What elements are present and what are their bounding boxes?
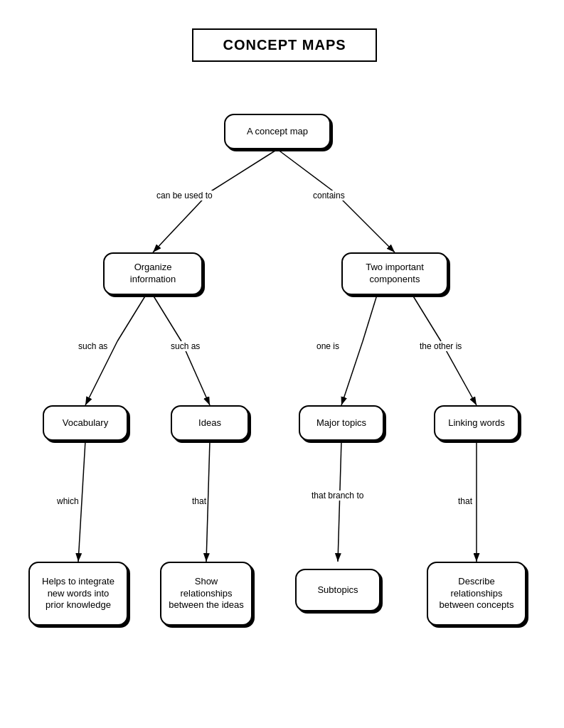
node-subtopics: Subtopics <box>295 569 381 611</box>
link-that-branch: that branch to <box>312 491 363 500</box>
node-linking-words: Linking words <box>434 405 519 441</box>
svg-line-3 <box>277 149 334 192</box>
svg-line-14 <box>206 441 210 562</box>
svg-line-9 <box>363 295 377 341</box>
link-that-ideas: that <box>192 496 206 506</box>
node-concept-map: A concept map <box>224 114 331 149</box>
node-show-relationships: Show relationships between the ideas <box>160 562 252 626</box>
svg-line-2 <box>153 192 210 252</box>
svg-line-10 <box>341 341 363 405</box>
title-box: CONCEPT MAPS <box>192 28 377 62</box>
node-organize: Organize information <box>103 252 203 295</box>
svg-line-15 <box>338 441 341 562</box>
node-ideas: Ideas <box>171 405 249 441</box>
node-describe-relationships: Describe relationships between concepts <box>427 562 526 626</box>
node-vocabulary: Vocabulary <box>43 405 128 441</box>
link-such-as-1: such as <box>78 341 107 351</box>
svg-line-11 <box>413 295 441 341</box>
link-other-is: the other is <box>420 341 462 351</box>
svg-line-7 <box>153 295 181 341</box>
link-such-as-2: such as <box>171 341 200 351</box>
link-contains: contains <box>313 191 345 200</box>
svg-line-1 <box>210 149 277 192</box>
node-major-topics: Major topics <box>299 405 384 441</box>
node-helps-integrate: Helps to integrate new words into prior … <box>28 562 128 626</box>
concept-map: CONCEPT MAPS <box>0 0 564 728</box>
node-two-components: Two important components <box>341 252 448 295</box>
link-which: which <box>57 496 79 506</box>
link-that-linking: that <box>458 496 472 506</box>
svg-line-4 <box>334 192 395 252</box>
svg-line-13 <box>78 441 85 562</box>
title-text: CONCEPT MAPS <box>223 37 346 53</box>
svg-line-5 <box>117 295 146 341</box>
link-one-is: one is <box>316 341 339 351</box>
link-can-be-used-to: can be used to <box>156 191 213 200</box>
